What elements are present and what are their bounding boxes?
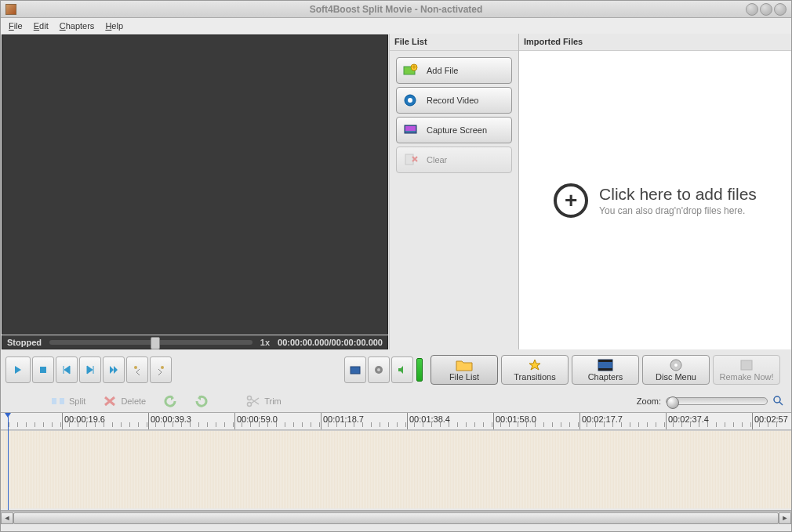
volume-slider[interactable] bbox=[416, 358, 423, 382]
scroll-right-button[interactable]: ► bbox=[779, 512, 791, 524]
zoom-slider[interactable] bbox=[666, 397, 768, 405]
dropzone-subtitle: You can also drag'n'drop files here. bbox=[599, 205, 757, 216]
preview-status-bar: Stopped 1x 00:00:00.000 / 00:00:00.000 bbox=[2, 335, 388, 349]
capture-screen-button[interactable]: Capture Screen bbox=[396, 117, 512, 143]
settings-button[interactable] bbox=[368, 356, 390, 383]
tab-discmenu[interactable]: Disc Menu bbox=[642, 355, 710, 385]
minimize-button[interactable] bbox=[746, 3, 758, 16]
svg-point-24 bbox=[774, 396, 780, 403]
tab-chapters[interactable]: Chapters bbox=[572, 355, 639, 385]
scroll-thumb[interactable] bbox=[13, 512, 779, 524]
split-icon bbox=[51, 395, 65, 407]
add-file-button[interactable]: + Add File bbox=[396, 57, 512, 84]
svg-point-4 bbox=[408, 98, 412, 103]
edit-toolbar: Split Delete Trim Zoom: bbox=[1, 390, 791, 412]
redo-button bbox=[188, 393, 215, 410]
add-files-icon: + bbox=[554, 183, 588, 218]
split-button: Split bbox=[45, 393, 92, 410]
svg-point-18 bbox=[674, 364, 678, 367]
svg-point-22 bbox=[248, 396, 252, 400]
dropzone[interactable]: + Click here to add files You can also d… bbox=[519, 51, 791, 349]
marker-next-button[interactable] bbox=[150, 356, 172, 383]
menu-bar: File Edit Chapters Help bbox=[1, 18, 791, 34]
svg-rect-19 bbox=[741, 360, 752, 370]
menu-help[interactable]: Help bbox=[100, 20, 128, 32]
horizontal-scrollbar[interactable]: ◄ ► bbox=[1, 511, 791, 524]
menu-file[interactable]: File bbox=[4, 20, 27, 32]
svg-point-13 bbox=[377, 368, 380, 371]
zoom-label: Zoom: bbox=[637, 396, 661, 406]
volume-button[interactable] bbox=[391, 356, 413, 383]
stop-button[interactable] bbox=[32, 356, 54, 383]
tab-filelist[interactable]: File List bbox=[431, 355, 498, 385]
clear-icon bbox=[403, 153, 419, 167]
speed-slider[interactable] bbox=[49, 340, 252, 345]
clear-label: Clear bbox=[427, 155, 447, 165]
timeline[interactable]: 00:00:19.600:00:39.300:00:59.000:01:18.7… bbox=[1, 412, 791, 511]
svg-rect-6 bbox=[405, 126, 416, 131]
record-video-button[interactable]: Record Video bbox=[396, 87, 512, 114]
close-button[interactable] bbox=[774, 3, 787, 16]
svg-rect-11 bbox=[351, 367, 360, 374]
trim-button: Trim bbox=[240, 393, 288, 410]
status-bar bbox=[1, 524, 791, 532]
redo-icon bbox=[194, 395, 209, 407]
record-video-icon bbox=[403, 93, 419, 107]
undo-icon bbox=[163, 395, 177, 407]
svg-point-23 bbox=[248, 403, 252, 407]
next-frame-button[interactable] bbox=[79, 356, 101, 383]
video-preview bbox=[2, 34, 388, 335]
svg-text:+: + bbox=[412, 63, 416, 71]
record-video-label: Record Video bbox=[427, 96, 478, 105]
capture-screen-label: Capture Screen bbox=[427, 125, 487, 135]
delete-button: Delete bbox=[96, 393, 152, 410]
svg-rect-21 bbox=[60, 398, 64, 404]
app-icon bbox=[5, 4, 16, 15]
add-file-icon: + bbox=[403, 63, 419, 78]
imported-header: Imported Files bbox=[519, 34, 791, 51]
undo-button bbox=[157, 393, 183, 410]
folder-icon bbox=[456, 359, 473, 371]
zoom-icon bbox=[772, 395, 783, 407]
svg-rect-16 bbox=[598, 368, 612, 371]
star-icon bbox=[526, 359, 543, 371]
next-scene-button[interactable] bbox=[103, 356, 125, 383]
svg-point-9 bbox=[134, 366, 137, 369]
clear-button: Clear bbox=[396, 147, 512, 173]
playhead[interactable] bbox=[8, 413, 9, 510]
marker-prev-button[interactable] bbox=[126, 356, 148, 383]
svg-rect-20 bbox=[52, 398, 56, 404]
tab-remake: Remake Now! bbox=[713, 355, 780, 385]
speed-value: 1x bbox=[260, 338, 270, 347]
svg-rect-8 bbox=[40, 367, 46, 373]
svg-rect-15 bbox=[598, 360, 612, 362]
window-title: Soft4Boost Split Movie - Non-activated bbox=[310, 4, 483, 15]
delete-icon bbox=[103, 395, 117, 407]
add-file-label: Add File bbox=[427, 66, 458, 75]
menu-chapters[interactable]: Chapters bbox=[55, 20, 100, 32]
timecode-total: 00:00:00.000 bbox=[332, 338, 383, 347]
svg-rect-7 bbox=[405, 154, 413, 165]
play-button[interactable] bbox=[5, 356, 31, 383]
scroll-left-button[interactable]: ◄ bbox=[1, 512, 13, 524]
title-bar: Soft4Boost Split Movie - Non-activated bbox=[1, 1, 791, 18]
tab-transitions[interactable]: Transitions bbox=[501, 355, 569, 385]
ruler-tick: 00:02:57 bbox=[752, 413, 788, 429]
filelist-header: File List bbox=[390, 34, 518, 51]
timeline-tracks[interactable] bbox=[1, 430, 791, 508]
capture-screen-icon bbox=[403, 123, 419, 137]
timeline-ruler[interactable]: 00:00:19.600:00:39.300:00:59.000:01:18.7… bbox=[1, 413, 791, 430]
playback-status: Stopped bbox=[7, 338, 42, 347]
snapshot-button[interactable] bbox=[344, 356, 366, 383]
scissors-icon bbox=[246, 395, 260, 407]
film-icon bbox=[597, 359, 614, 371]
timecode-current: 00:00:00.000 bbox=[278, 338, 329, 347]
playback-controls: File List Transitions Chapters Disc Menu… bbox=[1, 349, 791, 390]
dropzone-title: Click here to add files bbox=[599, 185, 757, 204]
remake-icon bbox=[738, 359, 755, 371]
prev-frame-button[interactable] bbox=[56, 356, 78, 383]
svg-point-10 bbox=[161, 366, 164, 369]
disc-icon bbox=[667, 359, 685, 371]
maximize-button[interactable] bbox=[760, 3, 772, 16]
menu-edit[interactable]: Edit bbox=[29, 20, 53, 32]
